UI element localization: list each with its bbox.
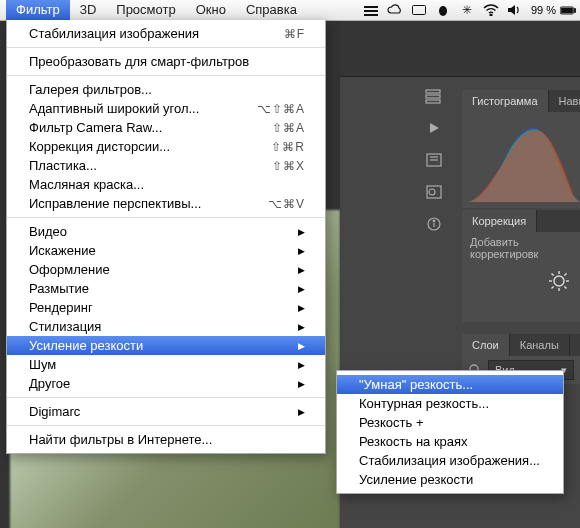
menu-item-label: Фильтр Camera Raw... [29,120,272,135]
info-icon[interactable] [420,212,448,236]
keyboard-icon[interactable] [411,2,427,18]
cc-icon[interactable] [387,2,403,18]
actions-icon[interactable] [420,116,448,140]
menu-item-shortcut: ⇧⌘R [271,140,305,154]
menu-item[interactable]: Стабилизация изображения⌘F [7,24,325,43]
menu-item-label: Стабилизация изображения [29,26,284,41]
svg-rect-32 [561,7,572,12]
menu-item[interactable]: Фильтр Camera Raw...⇧⌘A [7,118,325,137]
battery-text: 99 % [531,4,556,16]
menubar-item-0[interactable]: Фильтр [6,0,70,20]
submenu-arrow-icon: ▶ [298,360,305,370]
menu-item[interactable]: Стилизация▶ [7,317,325,336]
svg-point-28 [490,14,492,16]
menu-item-shortcut: ⇧⌘A [272,121,305,135]
tab-navigator[interactable]: Навигат [549,90,580,112]
histogram-graph [462,112,580,208]
menu-item-label: Галерея фильтров... [29,82,305,97]
menu-item[interactable]: Масляная краска... [7,175,325,194]
submenu-arrow-icon: ▶ [298,284,305,294]
svg-point-8 [429,189,435,195]
os-menubar: Фильтр3DПросмотрОкноСправка ✳︎ 99 % [0,0,580,21]
notification-icon[interactable] [363,2,379,18]
menu-item[interactable]: Искажение▶ [7,241,325,260]
submenu-item[interactable]: Стабилизация изображения... [337,451,563,470]
tab-histogram[interactable]: Гистограмма [462,90,549,112]
submenu-item[interactable]: Резкость + [337,413,563,432]
menu-item-label: Преобразовать для смарт-фильтров [29,54,305,69]
submenu-arrow-icon: ▶ [298,246,305,256]
menu-item[interactable]: Видео▶ [7,222,325,241]
coffee-icon[interactable] [435,2,451,18]
menu-item-label: Стилизация [29,319,290,334]
panel-icon-strip [420,84,454,244]
histogram-panel: Гистограмма Навигат [462,90,580,208]
svg-rect-24 [364,10,378,12]
menu-item-label: Digimarc [29,404,290,419]
svg-line-19 [552,286,554,288]
volume-icon[interactable] [507,2,523,18]
options-bar [340,20,580,77]
tab-correction[interactable]: Коррекция [462,210,537,232]
menu-item[interactable]: Размытие▶ [7,279,325,298]
menu-item[interactable]: Рендеринг▶ [7,298,325,317]
menu-item-label: Найти фильтры в Интернете... [29,432,305,447]
adjustments-icon[interactable] [420,180,448,204]
svg-point-11 [433,220,435,222]
brightness-icon[interactable] [548,270,570,292]
wifi-icon[interactable] [483,2,499,18]
menu-item-label: Размытие [29,281,290,296]
menu-item[interactable]: Найти фильтры в Интернете... [7,430,325,449]
menubar-item-4[interactable]: Справка [236,0,307,20]
submenu-arrow-icon: ▶ [298,379,305,389]
menu-item-label: Коррекция дисторсии... [29,139,271,154]
tab-layers[interactable]: Слои [462,334,510,356]
correction-panel: Коррекция Добавить корректировк [462,210,580,322]
submenu-arrow-icon: ▶ [298,322,305,332]
menubar-item-1[interactable]: 3D [70,0,107,20]
svg-line-18 [564,286,566,288]
menu-item[interactable]: Шум▶ [7,355,325,374]
menu-item[interactable]: Оформление▶ [7,260,325,279]
submenu-item[interactable]: "Умная" резкость... [337,375,563,394]
menu-item[interactable]: Коррекция дисторсии...⇧⌘R [7,137,325,156]
svg-rect-31 [574,8,575,12]
svg-rect-26 [412,6,425,15]
menu-item-label: Исправление перспективы... [29,196,268,211]
history-icon[interactable] [420,84,448,108]
menu-item[interactable]: Пластика...⇧⌘X [7,156,325,175]
menu-item-label: Рендеринг [29,300,290,315]
sync-icon[interactable]: ✳︎ [459,2,475,18]
tab-channels[interactable]: Каналы [510,334,570,356]
menu-item-label: Оформление [29,262,290,277]
menu-item-shortcut: ⌥⌘V [268,197,305,211]
menu-item-label: Искажение [29,243,290,258]
menu-item[interactable]: Галерея фильтров... [7,80,325,99]
menu-item-shortcut: ⌘F [284,27,305,41]
menu-item[interactable]: Исправление перспективы...⌥⌘V [7,194,325,213]
submenu-item[interactable]: Контурная резкость... [337,394,563,413]
histogram-tabs: Гистограмма Навигат [462,90,580,112]
menubar-item-2[interactable]: Просмотр [106,0,185,20]
submenu-item[interactable]: Усиление резкости [337,470,563,489]
svg-line-20 [564,274,566,276]
menu-item-shortcut: ⌥⇧⌘A [257,102,305,116]
battery-icon[interactable] [560,2,576,18]
submenu-arrow-icon: ▶ [298,407,305,417]
menu-item[interactable]: Преобразовать для смарт-фильтров [7,52,325,71]
menu-item[interactable]: Усиление резкости▶ [7,336,325,355]
menu-item[interactable]: Другое▶ [7,374,325,393]
submenu-item[interactable]: Резкость на краях [337,432,563,451]
menu-item-shortcut: ⇧⌘X [272,159,305,173]
svg-marker-29 [508,5,515,15]
submenu-arrow-icon: ▶ [298,227,305,237]
properties-icon[interactable] [420,148,448,172]
menu-item[interactable]: Адаптивный широкий угол...⌥⇧⌘A [7,99,325,118]
menu-item[interactable]: Digimarc▶ [7,402,325,421]
tab-paths[interactable]: Конту [570,334,580,356]
menubar-item-3[interactable]: Окно [186,0,236,20]
submenu-arrow-icon: ▶ [298,265,305,275]
menu-item-label: Другое [29,376,290,391]
svg-point-27 [439,6,447,16]
menu-item-label: Пластика... [29,158,272,173]
